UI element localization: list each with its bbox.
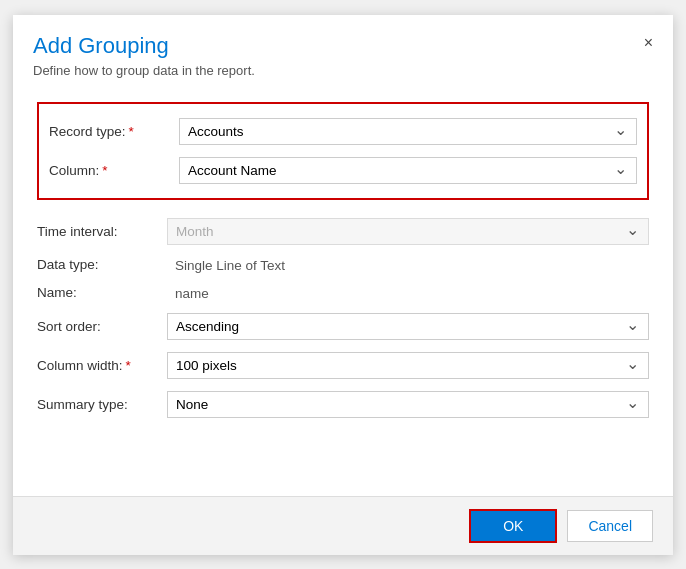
summary-type-select[interactable]: None Sum Average Count Min Max	[167, 391, 649, 418]
sort-order-row: Sort order: Ascending Descending	[37, 307, 649, 346]
dialog-header: Add Grouping Define how to group data in…	[13, 15, 673, 88]
name-value: name	[167, 281, 217, 306]
record-type-required: *	[129, 124, 134, 139]
column-width-label: Column width:*	[37, 358, 167, 373]
summary-type-label: Summary type:	[37, 397, 167, 412]
name-row: Name: name	[37, 279, 649, 307]
dialog-subtitle: Define how to group data in the report.	[33, 63, 653, 78]
column-label: Column:*	[49, 163, 179, 178]
data-type-label: Data type:	[37, 257, 167, 272]
time-interval-select-wrapper: Month Day Week Quarter Year	[167, 218, 649, 245]
time-interval-select[interactable]: Month Day Week Quarter Year	[167, 218, 649, 245]
summary-type-row: Summary type: None Sum Average Count Min…	[37, 385, 649, 424]
column-row: Column:* Account Name Account Number Cit…	[49, 151, 637, 190]
time-interval-control: Month Day Week Quarter Year	[167, 218, 649, 245]
name-label: Name:	[37, 285, 167, 300]
ok-button[interactable]: OK	[469, 509, 557, 543]
time-interval-row: Time interval: Month Day Week Quarter Ye…	[37, 212, 649, 251]
sort-order-label: Sort order:	[37, 319, 167, 334]
dialog-body: Record type:* Accounts Contacts Leads Op…	[13, 88, 673, 496]
record-type-row: Record type:* Accounts Contacts Leads Op…	[49, 112, 637, 151]
required-fields-section: Record type:* Accounts Contacts Leads Op…	[37, 102, 649, 200]
record-type-select[interactable]: Accounts Contacts Leads Opportunities	[179, 118, 637, 145]
summary-type-control: None Sum Average Count Min Max	[167, 391, 649, 418]
time-interval-label: Time interval:	[37, 224, 167, 239]
sort-order-select-wrapper: Ascending Descending	[167, 313, 649, 340]
data-type-value: Single Line of Text	[167, 253, 293, 278]
data-type-value-wrap: Single Line of Text	[167, 257, 649, 273]
dialog: Add Grouping Define how to group data in…	[13, 15, 673, 555]
other-fields-section: Time interval: Month Day Week Quarter Ye…	[37, 212, 649, 424]
sort-order-select[interactable]: Ascending Descending	[167, 313, 649, 340]
record-type-label: Record type:*	[49, 124, 179, 139]
column-control: Account Name Account Number City Country	[179, 157, 637, 184]
name-value-wrap: name	[167, 285, 649, 301]
sort-order-control: Ascending Descending	[167, 313, 649, 340]
record-type-control: Accounts Contacts Leads Opportunities	[179, 118, 637, 145]
record-type-select-wrapper: Accounts Contacts Leads Opportunities	[179, 118, 637, 145]
column-width-row: Column width:* 50 pixels 75 pixels 100 p…	[37, 346, 649, 385]
column-select[interactable]: Account Name Account Number City Country	[179, 157, 637, 184]
column-width-select-wrapper: 50 pixels 75 pixels 100 pixels 150 pixel…	[167, 352, 649, 379]
column-width-select[interactable]: 50 pixels 75 pixels 100 pixels 150 pixel…	[167, 352, 649, 379]
cancel-button[interactable]: Cancel	[567, 510, 653, 542]
dialog-title: Add Grouping	[33, 33, 653, 59]
column-width-control: 50 pixels 75 pixels 100 pixels 150 pixel…	[167, 352, 649, 379]
column-required: *	[102, 163, 107, 178]
column-width-required: *	[126, 358, 131, 373]
close-button[interactable]: ×	[640, 31, 657, 55]
data-type-row: Data type: Single Line of Text	[37, 251, 649, 279]
column-select-wrapper: Account Name Account Number City Country	[179, 157, 637, 184]
dialog-footer: OK Cancel	[13, 496, 673, 555]
summary-type-select-wrapper: None Sum Average Count Min Max	[167, 391, 649, 418]
